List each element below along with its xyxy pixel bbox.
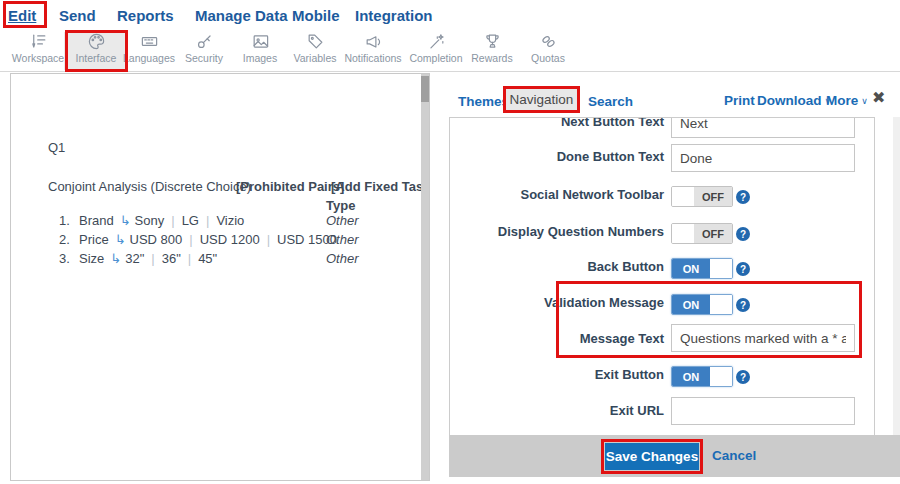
field-label-exit-button: Exit Button [454,367,664,382]
quotas-icon [539,32,558,51]
tab-search[interactable]: Search [588,94,633,109]
question-code: Q1 [48,140,65,155]
nav-item-mobile[interactable]: Mobile [292,7,340,24]
field-label-exit-url: Exit URL [454,403,664,418]
field-label-social-network-toolbar: Social Network Toolbar [454,187,664,202]
help-icon[interactable]: ? [736,227,750,241]
nav-item-send[interactable]: Send [59,7,96,24]
add-fixed-tasks-link[interactable]: [Add Fixed Tasks [331,179,430,194]
more-label: More [826,93,858,108]
save-changes-button[interactable]: Save Changes [605,443,699,470]
toolbar-item-label: Security [185,52,223,64]
row-number: 1. [59,213,79,228]
left-panel-scrollbar[interactable] [421,74,429,480]
toggle-knob [710,295,732,314]
attribute-level: 45" [198,251,217,266]
input-message-text[interactable] [671,324,855,352]
images-icon [251,32,270,51]
nav-item-manage-data[interactable]: Manage Data [195,7,288,24]
toggle-state-label: OFF [694,224,732,243]
close-icon[interactable]: ✖ [872,88,885,107]
survey-preview-panel: Q1 Conjoint Analysis (Discrete Choice) [… [10,73,430,481]
toolbar-item-label: Languages [123,52,175,64]
row-type-value: Other [326,232,359,247]
toolbar-item-label: Quotas [531,52,565,64]
field-label-message-text: Message Text [454,331,664,346]
row-type-value: Other [326,213,359,228]
toolbar-item-security[interactable]: Security [172,32,236,70]
settings-scrollbar[interactable] [893,117,900,435]
interface-icon [87,32,106,51]
tab-themes[interactable]: Themes [458,94,509,109]
level-separator: | [189,232,192,247]
help-icon[interactable]: ? [736,262,750,276]
left-panel-scrollbar-thumb[interactable] [421,76,429,102]
level-separator: | [171,213,174,228]
toolbar-item-variables[interactable]: Variables [283,32,347,70]
workspace-icon [29,32,48,51]
toggle-exit-button[interactable]: ON [671,366,733,387]
prohibited-pairs-link[interactable]: [Prohibited Pairs] [236,179,344,194]
toggle-state-label: OFF [694,187,732,206]
input-next-button-text[interactable] [671,117,855,138]
toggle-validation-message[interactable]: ON [671,294,733,315]
toggle-display-question-numbers[interactable]: OFF [671,223,733,244]
toolbar-item-notifications[interactable]: Notifications [341,32,405,70]
download-link[interactable]: Download∨ [757,93,831,108]
toggle-state-label: ON [672,367,710,386]
toggle-back-button[interactable]: ON [671,258,733,279]
attribute-level: USD 800 [130,232,183,247]
row-number: 3. [59,251,79,266]
attribute-name: Brand [79,213,114,228]
security-icon [195,32,214,51]
input-done-button-text[interactable] [671,144,855,172]
help-icon[interactable]: ? [736,370,750,384]
help-icon[interactable]: ? [736,298,750,312]
question-title-row: Conjoint Analysis (Discrete Choice) [Pro… [48,179,251,194]
attribute-level: LG [182,213,199,228]
question-title: Conjoint Analysis (Discrete Choice) [48,179,251,194]
cancel-link[interactable]: Cancel [712,448,756,463]
toolbar-item-label: Notifications [344,52,401,64]
toggle-knob [672,187,694,206]
toolbar-item-completion[interactable]: Completion [404,32,468,70]
attribute-name: Size [79,251,104,266]
rewards-icon [483,32,502,51]
nav-item-edit[interactable]: Edit [8,7,36,24]
settings-footer: Save Changes Cancel [449,435,900,477]
attribute-row: 1.Brand↳Sony|LG|Vizio [59,213,244,228]
help-icon[interactable]: ? [736,190,750,204]
input-exit-url[interactable] [671,397,855,425]
toggle-knob [672,224,694,243]
toolbar-item-rewards[interactable]: Rewards [460,32,524,70]
attribute-row: 2.Price↳USD 800|USD 1200|USD 1500 [59,232,337,247]
nav-item-integration[interactable]: Integration [355,7,433,24]
top-navigation: EditSendReportsManage DataMobileIntegrat… [0,0,900,30]
toolbar-item-label: Rewards [471,52,512,64]
field-label-done-button-text: Done Button Text [454,149,664,164]
chevron-down-icon: ∨ [861,96,868,106]
toolbar-item-workspace[interactable]: Workspace [6,32,70,70]
navigation-settings-form: Next Button TextDone Button TextSocial N… [449,117,875,435]
download-label: Download [757,93,822,108]
toggle-knob [710,259,732,278]
row-type-value: Other [326,251,359,266]
toolbar-item-label: Completion [409,52,462,64]
nav-item-reports[interactable]: Reports [117,7,174,24]
toolbar-item-label: Images [243,52,277,64]
attribute-name: Price [79,232,109,247]
print-link[interactable]: Print [724,93,755,108]
attribute-level: 32" [125,251,144,266]
toggle-social-network-toolbar[interactable]: OFF [671,186,733,207]
tab-navigation[interactable]: Navigation [503,86,580,113]
attribute-level: USD 1200 [200,232,260,247]
level-separator: | [267,232,270,247]
notifications-icon [364,32,383,51]
field-label-validation-message: Validation Message [454,295,664,310]
attribute-level: Sony [135,213,165,228]
more-link[interactable]: More∨ [826,93,868,108]
field-label-back-button: Back Button [454,259,664,274]
attribute-level: Vizio [216,213,244,228]
app-window: EditSendReportsManage DataMobileIntegrat… [0,0,900,484]
toolbar-item-quotas[interactable]: Quotas [516,32,580,70]
